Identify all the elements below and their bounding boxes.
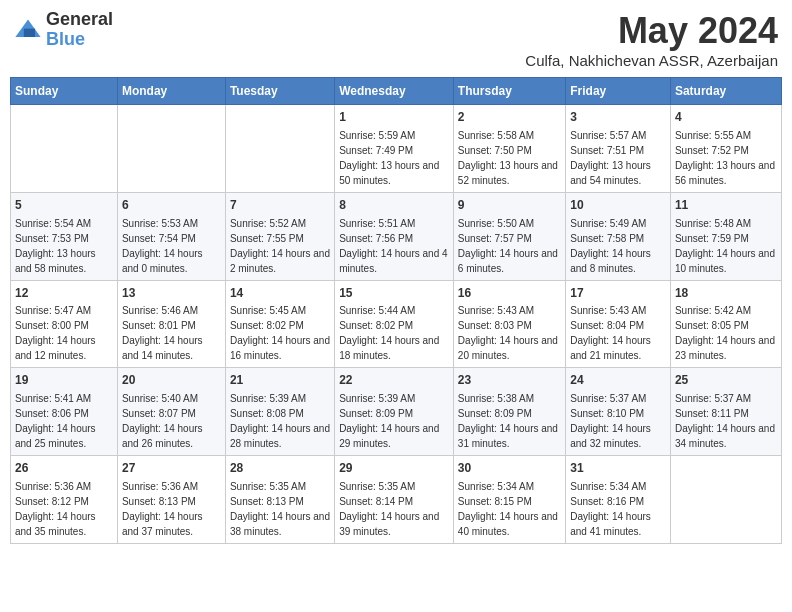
calendar-week-row: 12Sunrise: 5:47 AMSunset: 8:00 PMDayligh… (11, 280, 782, 368)
calendar-cell: 23Sunrise: 5:38 AMSunset: 8:09 PMDayligh… (453, 368, 565, 456)
calendar-cell: 9Sunrise: 5:50 AMSunset: 7:57 PMDaylight… (453, 192, 565, 280)
day-number: 9 (458, 197, 561, 214)
day-detail: Sunrise: 5:35 AMSunset: 8:14 PMDaylight:… (339, 481, 439, 537)
weekday-header-thursday: Thursday (453, 78, 565, 105)
calendar-cell (117, 105, 225, 193)
day-number: 28 (230, 460, 330, 477)
calendar-cell (225, 105, 334, 193)
logo-icon (14, 16, 42, 44)
logo-line1: General (46, 10, 113, 30)
day-number: 30 (458, 460, 561, 477)
calendar-cell: 10Sunrise: 5:49 AMSunset: 7:58 PMDayligh… (566, 192, 671, 280)
day-detail: Sunrise: 5:40 AMSunset: 8:07 PMDaylight:… (122, 393, 203, 449)
weekday-header-wednesday: Wednesday (335, 78, 454, 105)
day-detail: Sunrise: 5:59 AMSunset: 7:49 PMDaylight:… (339, 130, 439, 186)
calendar-cell: 21Sunrise: 5:39 AMSunset: 8:08 PMDayligh… (225, 368, 334, 456)
day-number: 25 (675, 372, 777, 389)
day-detail: Sunrise: 5:39 AMSunset: 8:09 PMDaylight:… (339, 393, 439, 449)
day-detail: Sunrise: 5:38 AMSunset: 8:09 PMDaylight:… (458, 393, 558, 449)
calendar-cell: 28Sunrise: 5:35 AMSunset: 8:13 PMDayligh… (225, 456, 334, 544)
day-number: 8 (339, 197, 449, 214)
calendar-body: 1Sunrise: 5:59 AMSunset: 7:49 PMDaylight… (11, 105, 782, 544)
calendar-cell: 22Sunrise: 5:39 AMSunset: 8:09 PMDayligh… (335, 368, 454, 456)
calendar-cell: 16Sunrise: 5:43 AMSunset: 8:03 PMDayligh… (453, 280, 565, 368)
logo-line2: Blue (46, 30, 113, 50)
calendar-cell: 6Sunrise: 5:53 AMSunset: 7:54 PMDaylight… (117, 192, 225, 280)
location-subtitle: Culfa, Nakhichevan ASSR, Azerbaijan (525, 52, 778, 69)
calendar-cell: 18Sunrise: 5:42 AMSunset: 8:05 PMDayligh… (670, 280, 781, 368)
day-detail: Sunrise: 5:37 AMSunset: 8:10 PMDaylight:… (570, 393, 651, 449)
day-detail: Sunrise: 5:35 AMSunset: 8:13 PMDaylight:… (230, 481, 330, 537)
calendar-cell: 14Sunrise: 5:45 AMSunset: 8:02 PMDayligh… (225, 280, 334, 368)
day-detail: Sunrise: 5:47 AMSunset: 8:00 PMDaylight:… (15, 305, 96, 361)
day-number: 11 (675, 197, 777, 214)
calendar-cell: 25Sunrise: 5:37 AMSunset: 8:11 PMDayligh… (670, 368, 781, 456)
calendar-cell: 1Sunrise: 5:59 AMSunset: 7:49 PMDaylight… (335, 105, 454, 193)
day-detail: Sunrise: 5:36 AMSunset: 8:12 PMDaylight:… (15, 481, 96, 537)
calendar-cell (670, 456, 781, 544)
calendar-cell: 19Sunrise: 5:41 AMSunset: 8:06 PMDayligh… (11, 368, 118, 456)
day-number: 18 (675, 285, 777, 302)
day-number: 26 (15, 460, 113, 477)
day-number: 27 (122, 460, 221, 477)
day-detail: Sunrise: 5:43 AMSunset: 8:04 PMDaylight:… (570, 305, 651, 361)
day-number: 17 (570, 285, 666, 302)
calendar-cell: 27Sunrise: 5:36 AMSunset: 8:13 PMDayligh… (117, 456, 225, 544)
day-detail: Sunrise: 5:50 AMSunset: 7:57 PMDaylight:… (458, 218, 558, 274)
day-detail: Sunrise: 5:41 AMSunset: 8:06 PMDaylight:… (15, 393, 96, 449)
day-detail: Sunrise: 5:34 AMSunset: 8:16 PMDaylight:… (570, 481, 651, 537)
weekday-header-monday: Monday (117, 78, 225, 105)
day-number: 10 (570, 197, 666, 214)
day-detail: Sunrise: 5:58 AMSunset: 7:50 PMDaylight:… (458, 130, 558, 186)
weekday-header-row: SundayMondayTuesdayWednesdayThursdayFrid… (11, 78, 782, 105)
calendar-cell: 20Sunrise: 5:40 AMSunset: 8:07 PMDayligh… (117, 368, 225, 456)
calendar-cell: 15Sunrise: 5:44 AMSunset: 8:02 PMDayligh… (335, 280, 454, 368)
day-number: 2 (458, 109, 561, 126)
day-number: 6 (122, 197, 221, 214)
calendar-table: SundayMondayTuesdayWednesdayThursdayFrid… (10, 77, 782, 544)
calendar-cell: 8Sunrise: 5:51 AMSunset: 7:56 PMDaylight… (335, 192, 454, 280)
calendar-cell: 3Sunrise: 5:57 AMSunset: 7:51 PMDaylight… (566, 105, 671, 193)
day-detail: Sunrise: 5:42 AMSunset: 8:05 PMDaylight:… (675, 305, 775, 361)
day-detail: Sunrise: 5:34 AMSunset: 8:15 PMDaylight:… (458, 481, 558, 537)
day-number: 19 (15, 372, 113, 389)
day-number: 23 (458, 372, 561, 389)
calendar-cell (11, 105, 118, 193)
weekday-header-tuesday: Tuesday (225, 78, 334, 105)
day-number: 22 (339, 372, 449, 389)
day-detail: Sunrise: 5:44 AMSunset: 8:02 PMDaylight:… (339, 305, 439, 361)
title-block: May 2024 Culfa, Nakhichevan ASSR, Azerba… (525, 10, 778, 69)
day-detail: Sunrise: 5:39 AMSunset: 8:08 PMDaylight:… (230, 393, 330, 449)
day-number: 20 (122, 372, 221, 389)
day-number: 14 (230, 285, 330, 302)
day-detail: Sunrise: 5:36 AMSunset: 8:13 PMDaylight:… (122, 481, 203, 537)
day-detail: Sunrise: 5:48 AMSunset: 7:59 PMDaylight:… (675, 218, 775, 274)
day-number: 21 (230, 372, 330, 389)
day-number: 1 (339, 109, 449, 126)
svg-marker-1 (24, 28, 35, 36)
day-detail: Sunrise: 5:46 AMSunset: 8:01 PMDaylight:… (122, 305, 203, 361)
calendar-cell: 11Sunrise: 5:48 AMSunset: 7:59 PMDayligh… (670, 192, 781, 280)
day-number: 4 (675, 109, 777, 126)
calendar-cell: 29Sunrise: 5:35 AMSunset: 8:14 PMDayligh… (335, 456, 454, 544)
calendar-week-row: 1Sunrise: 5:59 AMSunset: 7:49 PMDaylight… (11, 105, 782, 193)
day-number: 29 (339, 460, 449, 477)
logo: General Blue (14, 10, 113, 50)
day-number: 5 (15, 197, 113, 214)
day-number: 7 (230, 197, 330, 214)
day-number: 13 (122, 285, 221, 302)
weekday-header-friday: Friday (566, 78, 671, 105)
month-title: May 2024 (525, 10, 778, 52)
page-header: General Blue May 2024 Culfa, Nakhichevan… (10, 10, 782, 69)
calendar-cell: 4Sunrise: 5:55 AMSunset: 7:52 PMDaylight… (670, 105, 781, 193)
calendar-cell: 13Sunrise: 5:46 AMSunset: 8:01 PMDayligh… (117, 280, 225, 368)
day-detail: Sunrise: 5:51 AMSunset: 7:56 PMDaylight:… (339, 218, 447, 274)
calendar-cell: 7Sunrise: 5:52 AMSunset: 7:55 PMDaylight… (225, 192, 334, 280)
calendar-cell: 2Sunrise: 5:58 AMSunset: 7:50 PMDaylight… (453, 105, 565, 193)
calendar-cell: 5Sunrise: 5:54 AMSunset: 7:53 PMDaylight… (11, 192, 118, 280)
day-number: 3 (570, 109, 666, 126)
day-detail: Sunrise: 5:57 AMSunset: 7:51 PMDaylight:… (570, 130, 651, 186)
day-number: 15 (339, 285, 449, 302)
day-detail: Sunrise: 5:52 AMSunset: 7:55 PMDaylight:… (230, 218, 330, 274)
day-detail: Sunrise: 5:54 AMSunset: 7:53 PMDaylight:… (15, 218, 96, 274)
